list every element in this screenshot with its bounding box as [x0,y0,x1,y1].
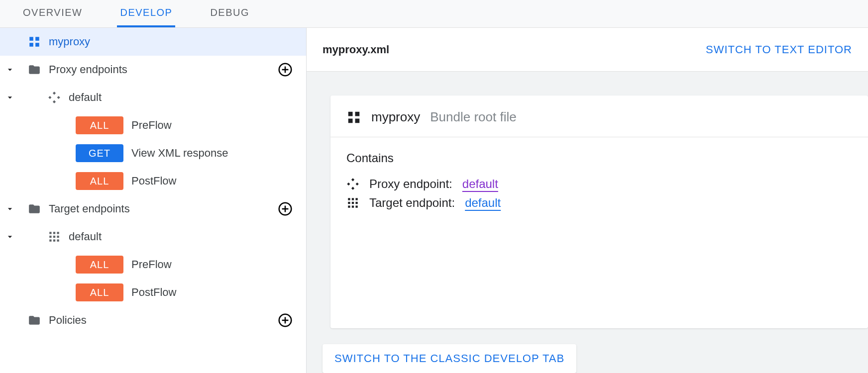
flow-name-label: PostFlow [131,286,298,299]
http-method-badge: ALL [76,283,123,301]
sidebar-item-target-endpoints[interactable]: Target endpoints [0,195,306,223]
bundle-icon [346,110,361,125]
proxy-endpoint-key: Proxy endpoint: [369,177,452,191]
contains-heading: Contains [346,151,852,165]
sidebar-item-proxy-endpoints[interactable]: Proxy endpoints [0,56,306,84]
flow-name-label: PreFlow [131,119,298,132]
chevron-down-icon[interactable] [0,93,20,102]
sidebar-item-root[interactable]: myproxy [0,28,306,56]
target-endpoint-key: Target endpoint: [369,196,455,210]
proxy-flow-item[interactable]: ALLPostFlow [0,167,306,195]
http-method-badge: ALL [76,116,123,134]
proxy-endpoint-icon [48,91,61,104]
target-flow-item[interactable]: ALLPreFlow [0,251,306,279]
policies-label: Policies [49,314,277,327]
flow-name-label: PostFlow [131,175,298,187]
http-method-badge: ALL [76,256,123,274]
proxy-default-label: default [69,91,298,104]
tab-debug[interactable]: DEBUG [207,0,252,27]
main-header: myproxy.xml SWITCH TO TEXT EDITOR [307,28,868,72]
flow-name-label: View XML response [131,147,298,160]
sidebar: myproxy Proxy endpoints default ALLPreFl… [0,28,307,373]
bundle-card: myproxy Bundle root file Contains Proxy … [330,95,868,328]
target-endpoint-link[interactable]: default [465,196,501,210]
target-flow-item[interactable]: ALLPostFlow [0,279,306,306]
add-target-endpoint-button[interactable] [277,201,293,217]
proxy-endpoint-icon [346,178,359,190]
folder-icon [28,314,41,327]
sidebar-item-policies[interactable]: Policies [0,306,306,334]
switch-to-classic-develop-button[interactable]: SWITCH TO THE CLASSIC DEVELOP TAB [323,344,576,373]
http-method-badge: GET [76,144,123,162]
chevron-down-icon[interactable] [0,204,20,214]
sidebar-item-proxy-default[interactable]: default [0,84,306,111]
proxy-endpoint-link[interactable]: default [462,177,498,191]
contains-proxy-endpoint-row: Proxy endpoint: default [346,177,852,191]
tab-bar: OVERVIEW DEVELOP DEBUG [0,0,868,28]
card-subtitle: Bundle root file [430,109,516,125]
root-label: myproxy [49,35,298,48]
card-title: myproxy [371,109,420,125]
folder-icon [28,63,41,76]
chevron-down-icon[interactable] [0,65,20,75]
http-method-badge: ALL [76,172,123,190]
target-default-label: default [69,230,298,243]
proxy-endpoints-label: Proxy endpoints [49,63,277,76]
target-endpoints-label: Target endpoints [49,202,277,215]
switch-to-text-editor-button[interactable]: SWITCH TO TEXT EDITOR [706,43,852,56]
sidebar-item-target-default[interactable]: default [0,223,306,251]
folder-icon [28,202,41,215]
filename-label: myproxy.xml [323,43,389,56]
bundle-icon [28,35,41,48]
add-proxy-endpoint-button[interactable] [277,62,293,78]
target-endpoint-icon [48,230,61,243]
target-endpoint-icon [346,196,359,209]
chevron-down-icon[interactable] [0,232,20,242]
add-policy-button[interactable] [277,312,293,328]
main-panel: myproxy.xml SWITCH TO TEXT EDITOR myprox… [307,28,868,373]
proxy-flow-item[interactable]: ALLPreFlow [0,111,306,139]
flow-name-label: PreFlow [131,258,298,271]
tab-develop[interactable]: DEVELOP [117,0,175,27]
proxy-flow-item[interactable]: GETView XML response [0,139,306,167]
tab-overview[interactable]: OVERVIEW [20,0,85,27]
contains-target-endpoint-row: Target endpoint: default [346,196,852,210]
